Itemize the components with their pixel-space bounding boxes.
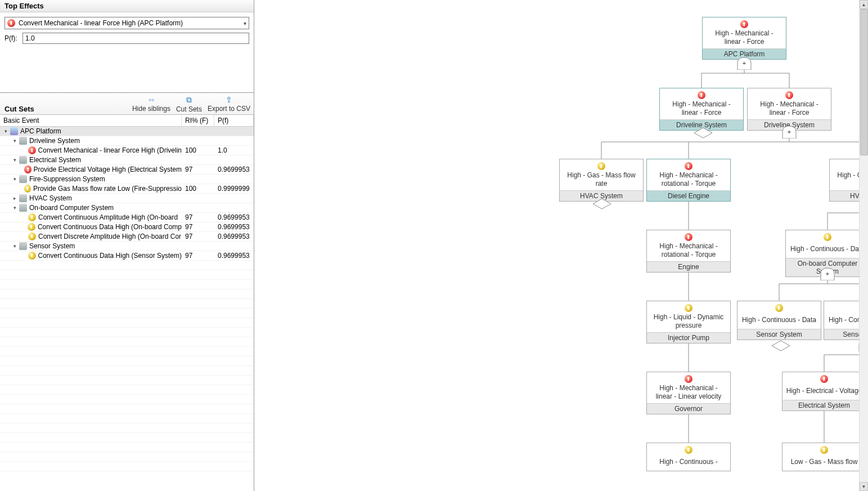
- tree-row[interactable]: ▾Sensor System: [0, 242, 254, 251]
- fault-warn-icon: ⬆: [685, 304, 692, 312]
- yel-icon: ⬆: [28, 252, 36, 260]
- col-pf[interactable]: P(f): [214, 115, 254, 126]
- node-title: High - Mechanical - linear - Force: [748, 99, 831, 119]
- pf-input[interactable]: [23, 33, 249, 44]
- fault-warn-icon: ⬆: [685, 446, 692, 454]
- node-title: High - Gas - Mass flow rate: [560, 170, 643, 190]
- tree-row[interactable]: ▾⬆Convert Continuous Data High (On-board…: [0, 222, 254, 232]
- fault-tree-node[interactable]: ⬆High - Continuous - DataSensor System: [737, 301, 821, 340]
- pf-value: 0.9699953: [214, 252, 254, 260]
- scroll-thumb[interactable]: [860, 9, 868, 155]
- col-basic-event[interactable]: Basic Event: [0, 115, 182, 126]
- pf-value: 0.9699953: [214, 213, 254, 221]
- tree-row[interactable]: ▾⬆Convert Continuous Data High (Sensor S…: [0, 251, 254, 261]
- node-title: High - Continuous -: [647, 454, 730, 471]
- fault-tree-node[interactable]: ⬆High - Electrical - VoltageElectrical S…: [782, 372, 866, 411]
- tree-row[interactable]: ▾On-board Computer System: [0, 203, 254, 213]
- top-effects-header: Top Effects: [0, 0, 254, 12]
- caret-icon[interactable]: ▾: [11, 205, 18, 211]
- tree-label: Provide Electrical Voltage High (Electri…: [34, 166, 182, 173]
- fault-tree-node[interactable]: ⬆High - Continuous -: [646, 443, 731, 471]
- fault-high-icon: ⬆: [698, 91, 705, 99]
- vertical-scrollbar[interactable]: ▲ ▼: [859, 0, 868, 491]
- caret-icon[interactable]: ▸: [11, 195, 18, 201]
- node-title: Low - Gas - Mass flow: [782, 454, 866, 471]
- tree-row[interactable]: ▾⬆Provide Gas Mass flow rate Low (Fire-S…: [0, 184, 254, 194]
- tree-label: Electrical System: [29, 156, 81, 164]
- yel-icon: ⬆: [24, 185, 31, 193]
- caret-icon[interactable]: ▾: [11, 157, 18, 163]
- col-ri[interactable]: RI% (F): [182, 115, 214, 126]
- fault-high-icon: ⬆: [740, 20, 748, 28]
- node-subtitle: Injector Pump: [647, 332, 730, 343]
- node-title: High - Mechanical - rotational - Torque: [647, 170, 730, 190]
- up-arrow-icon: ⬆: [7, 19, 15, 27]
- tree-row[interactable]: ▾⬆Convert Mechanical - linear Force High…: [0, 146, 254, 155]
- top-effect-select[interactable]: ⬆ Convert Mechanical - linear Force High…: [5, 17, 249, 29]
- fault-warn-icon: ⬆: [824, 233, 831, 241]
- transfer-icon: [694, 127, 713, 139]
- fault-tree-node[interactable]: ⬆High - Mechanical - linear - ForceDrive…: [659, 88, 744, 131]
- tree-row[interactable]: ▾Driveline System: [0, 136, 254, 146]
- tree-row[interactable]: ▾⬆Convert Discrete Amplitude High (On-bo…: [0, 232, 254, 242]
- tree-row[interactable]: ▾Electrical System: [0, 155, 254, 165]
- tree-label: On-board Computer System: [29, 204, 114, 212]
- fault-tree-node[interactable]: ⬆Low - Gas - Mass flow: [782, 443, 866, 471]
- cube-icon: [19, 175, 27, 183]
- scroll-up-icon[interactable]: ▲: [860, 0, 868, 9]
- ri-value: 97: [182, 213, 214, 221]
- caret-icon[interactable]: ▾: [11, 176, 18, 182]
- caret-icon[interactable]: ▾: [11, 243, 18, 249]
- export-csv-button[interactable]: ⇪Export to CSV: [208, 95, 250, 113]
- cut-sets-button[interactable]: ⧉Cut Sets: [176, 95, 202, 113]
- ri-value: 97: [182, 223, 214, 231]
- tree-label: Convert Continuous Data High (On-board C…: [38, 223, 182, 231]
- tree-icon: ⧉: [176, 95, 202, 105]
- fault-tree-node[interactable]: ⬆High - Mechanical - rotational - Torque…: [646, 159, 731, 202]
- cube-icon: [19, 204, 27, 212]
- fault-high-icon: ⬆: [820, 375, 828, 383]
- tree-row[interactable]: ▾⬆Convert Continuous Amplitude High (On-…: [0, 213, 254, 222]
- tree-row[interactable]: ▸HVAC System: [0, 194, 254, 203]
- tree-row[interactable]: ▾APC Platform: [0, 127, 254, 136]
- tree-label: Driveline System: [29, 137, 80, 145]
- top-effect-value: Convert Mechanical - linear Force High (…: [19, 19, 183, 27]
- node-title: High - Mechanical - linear - Linear velo…: [647, 383, 730, 403]
- fault-tree-node[interactable]: ⬆High - Gas - Mass flow rateHVAC System: [559, 159, 644, 202]
- and-gate-icon: +: [820, 267, 835, 280]
- hide-siblings-button[interactable]: ◦◦Hide siblings: [132, 95, 170, 113]
- ri-value: 100: [182, 146, 214, 154]
- scroll-down-icon[interactable]: ▼: [860, 482, 868, 491]
- tree-label: Convert Mechanical - linear Force High (…: [38, 146, 182, 154]
- fault-high-icon: ⬆: [685, 162, 692, 170]
- tree-label: Convert Discrete Amplitude High (On-boar…: [38, 233, 181, 240]
- tree-label: HVAC System: [29, 194, 72, 202]
- and-gate-icon: +: [736, 56, 752, 70]
- fault-tree-node[interactable]: ⬆High - Mechanical - linear - ForceDrive…: [747, 88, 831, 131]
- fault-tree-node[interactable]: ⬆High - Mechanical - linear - ForceAPC P…: [702, 17, 786, 60]
- node-title: High - Continuous - Data: [786, 241, 868, 258]
- caret-icon[interactable]: ▾: [2, 128, 9, 134]
- fault-tree-node[interactable]: ⬆High - Mechanical - rotational - Torque…: [646, 230, 731, 273]
- diagram-panel[interactable]: ⬆High - Mechanical - linear - ForceAPC P…: [254, 0, 868, 491]
- cut-sets-panel: Cut Sets ◦◦Hide siblings ⧉Cut Sets ⇪Expo…: [0, 93, 254, 491]
- tree-row[interactable]: ▾⬆Provide Electrical Voltage High (Elect…: [0, 165, 254, 175]
- node-subtitle: Diesel Engine: [647, 190, 730, 201]
- fault-tree-node[interactable]: ⬆High - Liquid - Dynamic pressureInjecto…: [646, 301, 731, 343]
- transfer-icon: [592, 198, 611, 209]
- tree-label: Fire-Suppression System: [29, 175, 105, 183]
- tree-row[interactable]: ▾Fire-Suppression System: [0, 175, 254, 184]
- ri-value: 97: [182, 252, 214, 260]
- pf-value: 0.9699953: [214, 223, 254, 231]
- tree-label: APC Platform: [20, 127, 61, 135]
- and-gate-icon: +: [781, 125, 797, 139]
- pf-value: 0.9999999: [214, 185, 254, 193]
- caret-icon[interactable]: ▾: [11, 138, 18, 144]
- tree[interactable]: ▾APC Platform▾Driveline System▾⬆Convert …: [0, 127, 254, 491]
- fault-tree-node[interactable]: ⬆High - Mechanical - linear - Linear vel…: [646, 372, 731, 414]
- fault-warn-icon: ⬆: [775, 304, 783, 312]
- pf-value: 0.9699953: [214, 233, 254, 240]
- ri-value: 97: [182, 166, 214, 173]
- node-subtitle: Sensor System: [737, 329, 821, 340]
- tree-label: Provide Gas Mass flow rate Low (Fire-Sup…: [33, 185, 182, 193]
